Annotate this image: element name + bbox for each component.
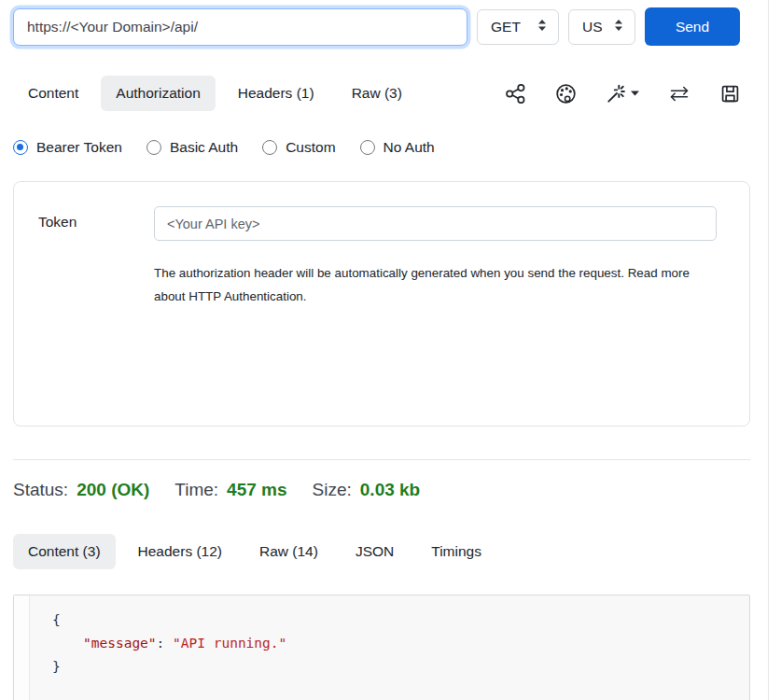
time-group: Time: 457 ms: [174, 480, 286, 500]
size-value: 0.03 kb: [360, 480, 420, 500]
json-key: "message": [83, 636, 157, 651]
radio-label: No Auth: [384, 139, 435, 156]
api-client-page: GET US Send Content Authorization Header…: [0, 0, 769, 700]
response-json-code: {"message": "API running."}: [30, 595, 286, 700]
response-status-bar: Status: 200 (OK) Time: 457 ms Size: 0.03…: [13, 480, 750, 500]
auth-help-line-2: about HTTP Authentication.: [154, 285, 714, 308]
tab-response-content[interactable]: Content (3): [13, 534, 116, 569]
swap-arrows-icon[interactable]: [668, 86, 690, 102]
response-body: {"message": "API running."}: [13, 595, 750, 700]
auth-help-text: The authorization header will be automat…: [154, 261, 714, 308]
request-bar: GET US Send: [13, 7, 750, 46]
request-toolbar: [505, 83, 741, 105]
time-label: Time:: [174, 480, 218, 500]
send-button[interactable]: Send: [645, 7, 740, 46]
token-label: Token: [38, 206, 154, 426]
json-value: "API running.": [173, 636, 286, 651]
bearer-token-panel: Token The authorization header will be a…: [13, 181, 750, 427]
radio-basic-auth[interactable]: Basic Auth: [146, 139, 238, 156]
radio-unselected-icon: [262, 140, 277, 155]
tab-response-raw[interactable]: Raw (14): [244, 534, 333, 569]
token-input[interactable]: [154, 206, 717, 241]
tab-content[interactable]: Content: [13, 76, 93, 111]
tab-response-timings[interactable]: Timings: [416, 534, 496, 569]
magic-wand-icon[interactable]: [606, 83, 639, 105]
response-tabs: Content (3) Headers (12) Raw (14) JSON T…: [13, 534, 750, 569]
radio-label: Bearer Token: [36, 139, 122, 156]
share-icon[interactable]: [505, 83, 526, 105]
url-input[interactable]: [13, 8, 467, 46]
tab-response-headers[interactable]: Headers (12): [123, 534, 237, 569]
tab-headers[interactable]: Headers (1): [223, 76, 329, 111]
radio-label: Basic Auth: [170, 139, 238, 156]
save-icon[interactable]: [719, 83, 741, 105]
tab-raw[interactable]: Raw (3): [337, 76, 417, 111]
updown-caret-icon: [614, 19, 623, 35]
palette-icon[interactable]: [555, 83, 577, 105]
json-open-brace: {: [52, 612, 61, 627]
request-tabs: Content Authorization Headers (1) Raw (3…: [13, 76, 750, 111]
radio-bearer-token[interactable]: Bearer Token: [13, 139, 122, 156]
updown-caret-icon: [537, 19, 547, 35]
code-gutter: [14, 595, 30, 700]
status-value: 200 (OK): [77, 480, 149, 500]
section-divider: [13, 459, 750, 460]
region-select[interactable]: US: [568, 9, 635, 45]
radio-custom[interactable]: Custom: [262, 139, 335, 156]
size-group: Size: 0.03 kb: [313, 480, 421, 500]
size-label: Size:: [313, 480, 352, 500]
status-group: Status: 200 (OK): [13, 480, 149, 500]
radio-no-auth[interactable]: No Auth: [360, 139, 435, 156]
tab-authorization[interactable]: Authorization: [101, 76, 215, 111]
radio-unselected-icon: [146, 140, 161, 155]
status-label: Status:: [13, 480, 68, 500]
radio-unselected-icon: [360, 140, 375, 155]
auth-type-options: Bearer Token Basic Auth Custom No Auth: [13, 139, 750, 156]
json-separator: :: [157, 636, 173, 651]
json-close-brace: }: [52, 659, 61, 674]
chevron-down-icon: [631, 91, 639, 96]
method-select-value: GET: [491, 19, 521, 35]
auth-help-line-1: The authorization header will be automat…: [154, 261, 714, 285]
region-select-value: US: [582, 19, 603, 35]
time-value: 457 ms: [227, 480, 286, 500]
method-select[interactable]: GET: [477, 9, 559, 45]
tab-response-json[interactable]: JSON: [341, 534, 409, 569]
radio-label: Custom: [286, 139, 335, 156]
radio-selected-icon: [13, 140, 28, 155]
